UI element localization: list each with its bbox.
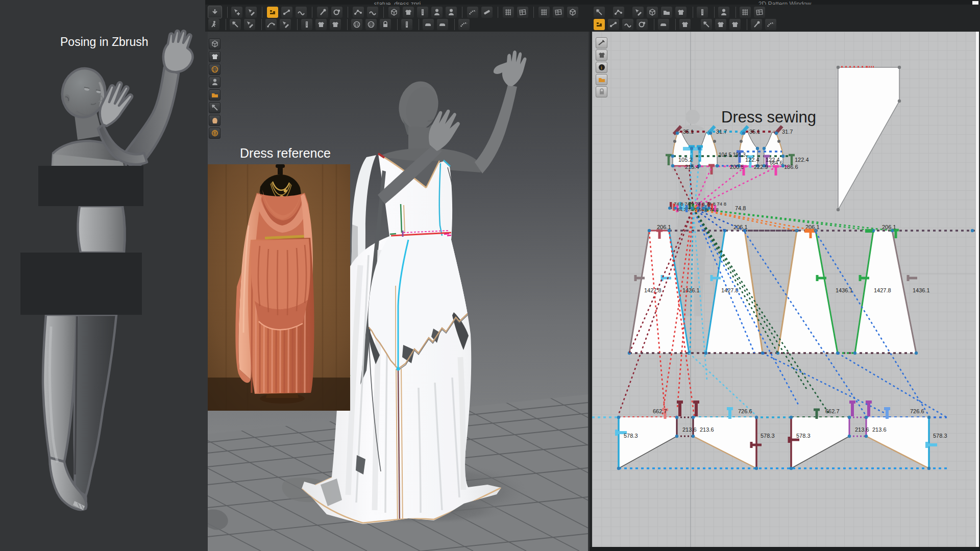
svg-text:122.4: 122.4: [795, 157, 809, 163]
svg-text:726.6: 726.6: [910, 408, 924, 414]
svg-text:105.2: 105.2: [678, 157, 693, 163]
svg-text:213.6: 213.6: [855, 427, 869, 433]
svg-text:1427.8: 1427.8: [721, 287, 739, 293]
svg-text:1427.8: 1427.8: [644, 287, 662, 293]
svg-text:213.6: 213.6: [700, 427, 714, 433]
svg-text:74.8: 74.8: [735, 205, 746, 211]
svg-text:213.6: 213.6: [682, 427, 697, 433]
svg-text:1436.1: 1436.1: [913, 287, 930, 293]
svg-text:726.6: 726.6: [738, 408, 752, 414]
svg-text:1427.8: 1427.8: [874, 287, 891, 293]
svg-text:664.6: 664.6: [770, 160, 782, 166]
svg-text:222.9: 222.9: [754, 164, 768, 170]
svg-text:200.5: 200.5: [730, 164, 744, 170]
svg-text:662.7: 662.7: [653, 408, 667, 414]
svg-text:35.1: 35.1: [683, 129, 694, 135]
svg-text:31.7: 31.7: [782, 129, 793, 135]
svg-text:31.7: 31.7: [716, 129, 727, 135]
svg-text:213.6: 213.6: [872, 427, 887, 433]
svg-text:i: i: [601, 65, 602, 70]
svg-text:74 8 74 9 74 8 74 8 74 8: 74 8 74 9 74 8 74 8 74 8: [674, 201, 726, 207]
svg-text:578.3: 578.3: [761, 433, 775, 439]
svg-text:662.7: 662.7: [825, 408, 840, 414]
svg-text:578.3: 578.3: [933, 433, 947, 439]
svg-text:35.1: 35.1: [749, 129, 760, 135]
svg-text:215.4: 215.4: [685, 164, 699, 170]
svg-text:186.6: 186.6: [784, 164, 798, 170]
svg-text:578.3: 578.3: [624, 433, 638, 439]
svg-text:578.3: 578.3: [796, 433, 811, 439]
svg-text:122.4: 122.4: [745, 157, 760, 163]
svg-text:104.5 191.3: 104.5 191.3: [719, 152, 746, 158]
svg-text:Dress sewing: Dress sewing: [721, 108, 816, 126]
